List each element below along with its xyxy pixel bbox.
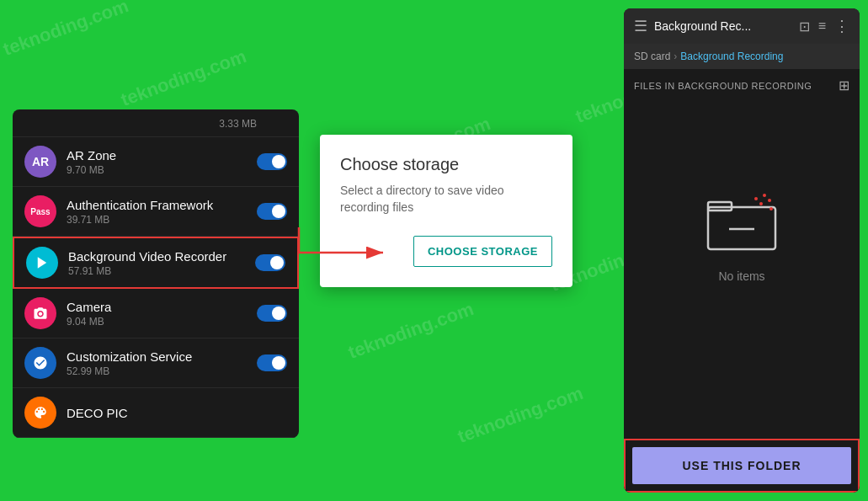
grid-view-icon[interactable]: ⊞ [839,77,849,93]
filter-icon[interactable]: ≡ [818,19,826,34]
app-item-ar-zone[interactable]: AR AR Zone 9.70 MB [13,137,299,187]
watermark-1: teknoding.com [0,0,131,61]
app-icon-camera [24,297,56,329]
svg-point-9 [763,194,766,197]
section-label: FILES IN BACKGROUND RECORDING [634,81,812,91]
empty-folder-icon [704,192,780,256]
app-size-bgvr: 57.91 MB [68,265,255,277]
app-name-custom: Customization Service [67,349,257,364]
breadcrumb-bg-recording[interactable]: Background Recording [680,51,783,62]
breadcrumb-sd-card[interactable]: SD card [634,51,670,62]
app-item-deco[interactable]: DECO PIC [13,388,299,438]
watermark-2: teknoding.com [118,45,249,111]
app-name-camera: Camera [67,300,257,314]
svg-marker-0 [38,257,47,269]
dialog-title: Choose storage [340,155,552,174]
file-manager-panel: ☰ Background Rec... ⊡ ≡ ⋮ SD card › Back… [624,8,860,493]
files-empty-state: No items [624,99,860,376]
app-item-bgvr[interactable]: Background Video Recorder 57.91 MB [13,237,299,289]
files-header-title: Background Rec... [654,19,751,33]
hamburger-icon[interactable]: ☰ [634,17,647,35]
partial-app-size: 3.33 MB [219,118,257,130]
app-icon-auth: Pass [24,195,56,227]
app-item-camera[interactable]: Camera 9.04 MB [13,289,299,338]
window-icon[interactable]: ⊡ [799,19,810,35]
watermark-8: teknoding.com [455,382,586,448]
choose-storage-button[interactable]: CHOOSE STORAGE [413,236,552,267]
app-name-auth: Authentication Framework [67,198,257,212]
svg-point-10 [769,207,773,211]
use-this-folder-button[interactable]: USE THIS FOLDER [632,447,851,484]
use-folder-container: USE THIS FOLDER [624,439,860,493]
app-size-custom: 52.99 MB [67,365,257,377]
app-icon-ar-zone: AR [24,146,56,178]
app-size-ar-zone: 9.70 MB [67,164,257,176]
more-options-icon[interactable]: ⋮ [834,17,849,35]
app-name-deco: DECO PIC [67,406,257,420]
partial-app-item: 3.33 MB [13,109,299,137]
app-list-panel: 3.33 MB AR AR Zone 9.70 MB Pass Authenti… [13,109,299,438]
svg-point-11 [754,197,758,200]
app-icon-deco [24,397,56,429]
svg-point-8 [768,199,771,202]
app-item-custom[interactable]: Customization Service 52.99 MB [13,338,299,388]
toggle-auth[interactable] [257,203,287,220]
dialog-description: Select a directory to save video recordi… [340,183,552,216]
breadcrumb-separator: › [674,51,677,62]
files-section-header: FILES IN BACKGROUND RECORDING ⊞ [624,69,860,99]
app-icon-bgvr [26,247,58,279]
app-icon-custom [24,347,56,379]
no-items-label: No items [718,269,764,283]
app-size-auth: 39.71 MB [67,214,257,226]
toggle-ar-zone[interactable] [257,153,287,170]
app-size-camera: 9.04 MB [67,316,257,328]
svg-point-7 [759,202,763,205]
app-name-bgvr: Background Video Recorder [68,249,255,264]
red-arrow [299,227,400,278]
breadcrumb: SD card › Background Recording [624,44,860,69]
toggle-bgvr[interactable] [255,254,285,271]
app-name-ar-zone: AR Zone [67,148,257,163]
files-header: ☰ Background Rec... ⊡ ≡ ⋮ [624,8,860,44]
app-item-auth[interactable]: Pass Authentication Framework 39.71 MB [13,187,299,237]
watermark-7: teknoding.com [345,298,477,364]
toggle-custom[interactable] [257,354,287,371]
toggle-camera[interactable] [257,305,287,322]
